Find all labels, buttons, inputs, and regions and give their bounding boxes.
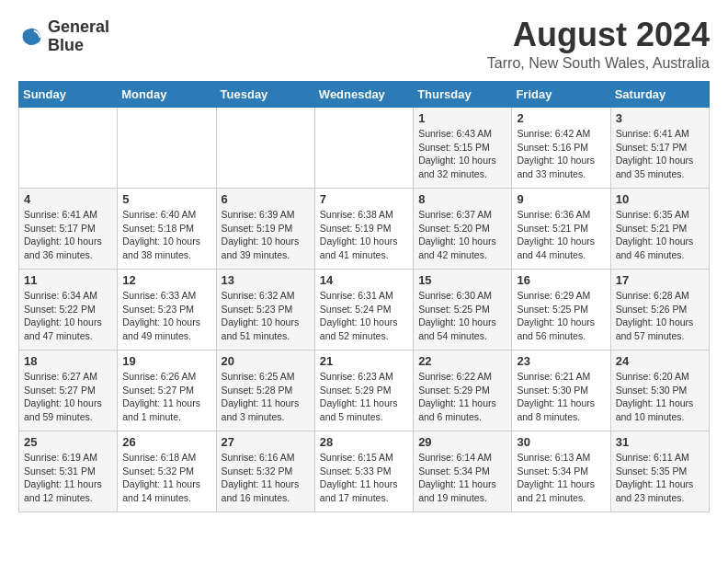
calendar-cell: 29Sunrise: 6:14 AM Sunset: 5:34 PM Dayli… — [414, 431, 512, 512]
weekday-header-row: SundayMondayTuesdayWednesdayThursdayFrid… — [19, 82, 710, 108]
week-row-1: 1Sunrise: 6:43 AM Sunset: 5:15 PM Daylig… — [19, 108, 710, 189]
day-number: 30 — [517, 435, 605, 449]
day-number: 23 — [517, 354, 605, 368]
day-info: Sunrise: 6:30 AM Sunset: 5:25 PM Dayligh… — [418, 289, 506, 343]
weekday-header-friday: Friday — [512, 82, 610, 108]
calendar-cell: 8Sunrise: 6:37 AM Sunset: 5:20 PM Daylig… — [414, 189, 512, 270]
calendar-cell — [19, 108, 118, 189]
day-number: 4 — [24, 192, 112, 206]
calendar-cell: 18Sunrise: 6:27 AM Sunset: 5:27 PM Dayli… — [19, 350, 118, 431]
day-number: 16 — [517, 273, 605, 287]
day-info: Sunrise: 6:36 AM Sunset: 5:21 PM Dayligh… — [517, 208, 605, 262]
day-info: Sunrise: 6:41 AM Sunset: 5:17 PM Dayligh… — [616, 127, 704, 181]
day-info: Sunrise: 6:43 AM Sunset: 5:15 PM Dayligh… — [418, 127, 506, 181]
day-number: 18 — [24, 354, 112, 368]
logo-line1: General — [48, 18, 109, 37]
day-number: 21 — [320, 354, 408, 368]
calendar-cell: 4Sunrise: 6:41 AM Sunset: 5:17 PM Daylig… — [19, 189, 118, 270]
calendar-cell: 23Sunrise: 6:21 AM Sunset: 5:30 PM Dayli… — [512, 350, 610, 431]
day-info: Sunrise: 6:31 AM Sunset: 5:24 PM Dayligh… — [320, 289, 408, 343]
day-info: Sunrise: 6:28 AM Sunset: 5:26 PM Dayligh… — [616, 289, 704, 343]
page-header: General Blue August 2024 Tarro, New Sout… — [18, 18, 710, 72]
day-info: Sunrise: 6:37 AM Sunset: 5:20 PM Dayligh… — [418, 208, 506, 262]
calendar-cell — [118, 108, 216, 189]
calendar-cell: 5Sunrise: 6:40 AM Sunset: 5:18 PM Daylig… — [118, 189, 216, 270]
day-info: Sunrise: 6:42 AM Sunset: 5:16 PM Dayligh… — [517, 127, 605, 181]
title-block: August 2024 Tarro, New South Wales, Aust… — [487, 18, 710, 72]
day-number: 6 — [222, 192, 310, 206]
day-number: 17 — [616, 273, 704, 287]
day-info: Sunrise: 6:34 AM Sunset: 5:22 PM Dayligh… — [24, 289, 112, 343]
day-number: 24 — [616, 354, 704, 368]
week-row-3: 11Sunrise: 6:34 AM Sunset: 5:22 PM Dayli… — [19, 270, 710, 350]
day-info: Sunrise: 6:32 AM Sunset: 5:23 PM Dayligh… — [222, 289, 310, 343]
calendar-cell: 17Sunrise: 6:28 AM Sunset: 5:26 PM Dayli… — [610, 270, 709, 350]
calendar-cell: 10Sunrise: 6:35 AM Sunset: 5:21 PM Dayli… — [610, 189, 709, 270]
day-number: 9 — [517, 192, 605, 206]
location-subtitle: Tarro, New South Wales, Australia — [487, 55, 710, 72]
calendar-cell: 11Sunrise: 6:34 AM Sunset: 5:22 PM Dayli… — [19, 270, 118, 350]
logo: General Blue — [18, 18, 109, 55]
weekday-header-wednesday: Wednesday — [314, 82, 413, 108]
day-number: 7 — [320, 192, 408, 206]
day-number: 10 — [616, 192, 704, 206]
calendar-cell: 21Sunrise: 6:23 AM Sunset: 5:29 PM Dayli… — [314, 350, 413, 431]
day-info: Sunrise: 6:14 AM Sunset: 5:34 PM Dayligh… — [418, 451, 506, 505]
day-number: 26 — [122, 435, 210, 449]
week-row-2: 4Sunrise: 6:41 AM Sunset: 5:17 PM Daylig… — [19, 189, 710, 270]
day-number: 1 — [418, 111, 506, 125]
calendar-cell: 7Sunrise: 6:38 AM Sunset: 5:19 PM Daylig… — [314, 189, 413, 270]
month-year-title: August 2024 — [487, 18, 710, 52]
calendar-cell: 14Sunrise: 6:31 AM Sunset: 5:24 PM Dayli… — [314, 270, 413, 350]
day-number: 20 — [222, 354, 310, 368]
day-number: 19 — [122, 354, 210, 368]
day-info: Sunrise: 6:35 AM Sunset: 5:21 PM Dayligh… — [616, 208, 704, 262]
day-info: Sunrise: 6:20 AM Sunset: 5:30 PM Dayligh… — [616, 370, 704, 424]
day-info: Sunrise: 6:22 AM Sunset: 5:29 PM Dayligh… — [418, 370, 506, 424]
weekday-header-saturday: Saturday — [610, 82, 709, 108]
day-number: 14 — [320, 273, 408, 287]
calendar-cell: 31Sunrise: 6:11 AM Sunset: 5:35 PM Dayli… — [610, 431, 709, 512]
weekday-header-sunday: Sunday — [19, 82, 118, 108]
day-number: 31 — [616, 435, 704, 449]
calendar-cell: 9Sunrise: 6:36 AM Sunset: 5:21 PM Daylig… — [512, 189, 610, 270]
calendar-cell — [314, 108, 413, 189]
day-number: 29 — [418, 435, 506, 449]
day-number: 28 — [320, 435, 408, 449]
day-info: Sunrise: 6:13 AM Sunset: 5:34 PM Dayligh… — [517, 451, 605, 505]
calendar-cell: 20Sunrise: 6:25 AM Sunset: 5:28 PM Dayli… — [216, 350, 314, 431]
calendar-cell: 15Sunrise: 6:30 AM Sunset: 5:25 PM Dayli… — [414, 270, 512, 350]
week-row-5: 25Sunrise: 6:19 AM Sunset: 5:31 PM Dayli… — [19, 431, 710, 512]
day-number: 15 — [418, 273, 506, 287]
day-info: Sunrise: 6:15 AM Sunset: 5:33 PM Dayligh… — [320, 451, 408, 505]
day-info: Sunrise: 6:16 AM Sunset: 5:32 PM Dayligh… — [222, 451, 310, 505]
calendar-cell: 24Sunrise: 6:20 AM Sunset: 5:30 PM Dayli… — [610, 350, 709, 431]
calendar-cell: 1Sunrise: 6:43 AM Sunset: 5:15 PM Daylig… — [414, 108, 512, 189]
day-number: 12 — [122, 273, 210, 287]
calendar-cell: 13Sunrise: 6:32 AM Sunset: 5:23 PM Dayli… — [216, 270, 314, 350]
weekday-header-thursday: Thursday — [414, 82, 512, 108]
day-number: 27 — [222, 435, 310, 449]
logo-line2: Blue — [48, 37, 109, 55]
calendar-cell: 6Sunrise: 6:39 AM Sunset: 5:19 PM Daylig… — [216, 189, 314, 270]
day-info: Sunrise: 6:29 AM Sunset: 5:25 PM Dayligh… — [517, 289, 605, 343]
day-number: 8 — [418, 192, 506, 206]
calendar-cell: 2Sunrise: 6:42 AM Sunset: 5:16 PM Daylig… — [512, 108, 610, 189]
calendar-cell: 25Sunrise: 6:19 AM Sunset: 5:31 PM Dayli… — [19, 431, 118, 512]
logo-icon — [18, 24, 44, 50]
day-info: Sunrise: 6:11 AM Sunset: 5:35 PM Dayligh… — [616, 451, 704, 505]
day-number: 13 — [222, 273, 310, 287]
day-info: Sunrise: 6:26 AM Sunset: 5:27 PM Dayligh… — [122, 370, 210, 424]
day-number: 11 — [24, 273, 112, 287]
day-number: 3 — [616, 111, 704, 125]
day-number: 2 — [517, 111, 605, 125]
day-info: Sunrise: 6:27 AM Sunset: 5:27 PM Dayligh… — [24, 370, 112, 424]
calendar-cell: 16Sunrise: 6:29 AM Sunset: 5:25 PM Dayli… — [512, 270, 610, 350]
calendar-table: SundayMondayTuesdayWednesdayThursdayFrid… — [18, 81, 710, 512]
calendar-cell: 22Sunrise: 6:22 AM Sunset: 5:29 PM Dayli… — [414, 350, 512, 431]
calendar-cell: 12Sunrise: 6:33 AM Sunset: 5:23 PM Dayli… — [118, 270, 216, 350]
day-info: Sunrise: 6:41 AM Sunset: 5:17 PM Dayligh… — [24, 208, 112, 262]
week-row-4: 18Sunrise: 6:27 AM Sunset: 5:27 PM Dayli… — [19, 350, 710, 431]
calendar-cell: 30Sunrise: 6:13 AM Sunset: 5:34 PM Dayli… — [512, 431, 610, 512]
weekday-header-monday: Monday — [118, 82, 216, 108]
